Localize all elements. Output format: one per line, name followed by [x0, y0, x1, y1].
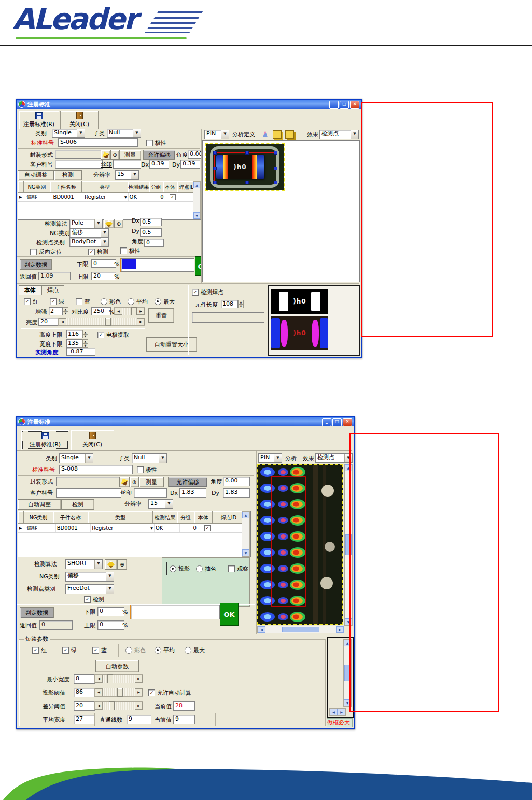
wand-button[interactable]: [105, 559, 117, 570]
diff-threshold-slider[interactable]: ◀▶: [94, 701, 143, 710]
allow-offset-button[interactable]: 允许偏移: [168, 477, 207, 487]
chevron-down-icon[interactable]: ▼: [77, 129, 85, 137]
algo-select[interactable]: SHORT▼: [65, 559, 103, 569]
observe-checkbox[interactable]: 观察: [228, 565, 248, 573]
titlebar[interactable]: 注册标准 _ □ ×: [17, 417, 354, 426]
chevron-down-icon[interactable]: ▼: [94, 560, 102, 569]
minimize-button[interactable]: _: [322, 418, 331, 426]
angle-input[interactable]: 0.00: [223, 477, 250, 486]
brightness-input[interactable]: 20: [38, 318, 58, 326]
point-cat-select[interactable]: BodyDot▼: [69, 238, 109, 247]
pin-select[interactable]: PIN▼: [204, 130, 229, 139]
chevron-down-icon[interactable]: ▼: [101, 229, 108, 237]
image-hscroll[interactable]: ◀▶: [257, 626, 344, 633]
red-checkbox[interactable]: ✓红: [32, 646, 47, 654]
table-row[interactable]: ▶ 偏移 BD0001 Register▼ OK 0 ✓ 0: [18, 524, 250, 533]
reverse-position-checkbox[interactable]: 反向定位: [30, 248, 62, 256]
chevron-down-icon[interactable]: ▼: [131, 171, 138, 179]
side-vscroll[interactable]: ▲▼: [343, 639, 352, 707]
target-button[interactable]: ⊕: [110, 150, 119, 160]
contrast-input[interactable]: 250: [91, 307, 111, 315]
paste-icon[interactable]: [285, 130, 294, 139]
category-select[interactable]: Single▼: [59, 453, 93, 463]
chevron-down-icon[interactable]: ▼: [94, 219, 102, 228]
chevron-down-icon[interactable]: ▼: [101, 238, 108, 246]
close-button[interactable]: ×: [350, 101, 359, 109]
std-part-input[interactable]: S-008: [59, 465, 133, 474]
image-vscroll[interactable]: ▲▼: [344, 464, 353, 626]
tab-body[interactable]: 本体: [19, 285, 41, 295]
subclass-select[interactable]: Null▼: [107, 129, 141, 138]
side-hscroll[interactable]: ◀▶: [329, 708, 346, 716]
chevron-down-icon[interactable]: ▼: [351, 130, 358, 139]
width-lower-stepper[interactable]: 135▲▼: [66, 339, 88, 348]
ng-cat-select[interactable]: 偏移▼: [69, 228, 109, 238]
component-length-stepper[interactable]: 108▲▼: [221, 300, 244, 308]
green-checkbox[interactable]: ✓绿: [50, 298, 64, 306]
algo-select[interactable]: Pole▼: [69, 219, 103, 228]
polarity-checkbox[interactable]: 极性: [146, 139, 166, 147]
blue-checkbox[interactable]: 蓝: [76, 298, 90, 306]
avg-width-input[interactable]: 27: [74, 715, 95, 724]
analysis-define-label[interactable]: 分析定义: [232, 131, 255, 139]
through-lines-input[interactable]: 9: [127, 715, 151, 724]
package-input[interactable]: [56, 477, 121, 486]
lower-limit-input[interactable]: 0: [91, 259, 116, 268]
judge-data-button[interactable]: 判定数据: [20, 607, 54, 618]
extract-color-radio[interactable]: 抽色: [196, 565, 216, 573]
target-button[interactable]: ⊕: [130, 477, 139, 487]
enhance-stepper[interactable]: 2▲▼: [49, 307, 68, 315]
std-part-input[interactable]: S-006: [58, 138, 138, 147]
dx-input[interactable]: 1.83: [179, 488, 206, 498]
add-point-button[interactable]: ⊕: [114, 219, 123, 228]
measure-button[interactable]: 测量: [119, 150, 141, 160]
ok-button[interactable]: OK: [220, 603, 239, 626]
subclass-select[interactable]: Null▼: [132, 453, 167, 463]
table-scrollbar[interactable]: ▲▼: [242, 511, 250, 557]
chevron-down-icon[interactable]: ▼: [106, 572, 114, 581]
chevron-down-icon[interactable]: ▼: [344, 454, 352, 462]
max-radio[interactable]: 最大: [155, 298, 175, 306]
customer-part-input[interactable]: [56, 488, 121, 498]
auto-resize-button[interactable]: 自动重置大小: [146, 337, 197, 352]
point-cat-select[interactable]: FreeDot▼: [65, 584, 114, 594]
red-checkbox[interactable]: ✓红: [24, 298, 38, 306]
chevron-down-icon[interactable]: ▼: [106, 585, 114, 594]
define-icon[interactable]: [261, 130, 269, 137]
average-radio[interactable]: 平均: [155, 646, 175, 654]
proj-threshold-slider[interactable]: ◀▶: [94, 688, 143, 697]
allow-offset-button[interactable]: 允许偏移: [143, 150, 175, 160]
detect-checkbox[interactable]: ✓检测: [88, 248, 108, 256]
tab-weld[interactable]: 焊点: [41, 285, 64, 295]
chevron-down-icon[interactable]: ▼: [274, 454, 282, 462]
close-dialog-button[interactable]: 关闭(C): [60, 111, 99, 129]
maximize-button[interactable]: □: [340, 101, 349, 109]
measure-button[interactable]: 测量: [139, 477, 164, 487]
auto-adjust-button[interactable]: 自动调整: [18, 499, 61, 510]
category-select[interactable]: Single▼: [52, 129, 85, 138]
chevron-down-icon[interactable]: ▼: [133, 129, 141, 137]
max-radio[interactable]: 最大: [185, 646, 205, 654]
register-standard-button[interactable]: 注册标准(R): [21, 430, 69, 450]
dy-input[interactable]: 0.39: [180, 160, 200, 169]
upper-limit-input[interactable]: 0: [97, 620, 124, 630]
lower-limit-input[interactable]: 0: [97, 607, 124, 616]
chevron-down-icon[interactable]: ▼: [221, 130, 229, 139]
electrode-extract-checkbox[interactable]: ✓电极提取: [97, 331, 129, 339]
auto-adjust-button[interactable]: 自动调整: [18, 170, 54, 180]
proj-threshold-input[interactable]: 86: [74, 688, 95, 697]
analysis-label[interactable]: 分析: [285, 454, 297, 462]
chevron-down-icon[interactable]: ▼: [85, 454, 93, 463]
projection-radio[interactable]: 投影: [170, 565, 190, 573]
diff-threshold-input[interactable]: 20: [74, 701, 95, 711]
draw-button[interactable]: [119, 477, 130, 487]
package-input[interactable]: [55, 150, 103, 159]
color-radio[interactable]: 彩色: [125, 646, 146, 654]
table-row[interactable]: ▶ 偏移 BD0001 Register▼ OK 0 ✓ 0: [18, 193, 201, 202]
effect-select[interactable]: 检测点▼: [315, 453, 353, 463]
chevron-down-icon[interactable]: ▼: [159, 454, 166, 463]
wand-button[interactable]: [104, 219, 114, 228]
min-width-input[interactable]: 8: [74, 674, 95, 684]
dy-input[interactable]: 1.83: [223, 488, 250, 498]
brightness-slider[interactable]: ◀▶: [58, 318, 145, 326]
